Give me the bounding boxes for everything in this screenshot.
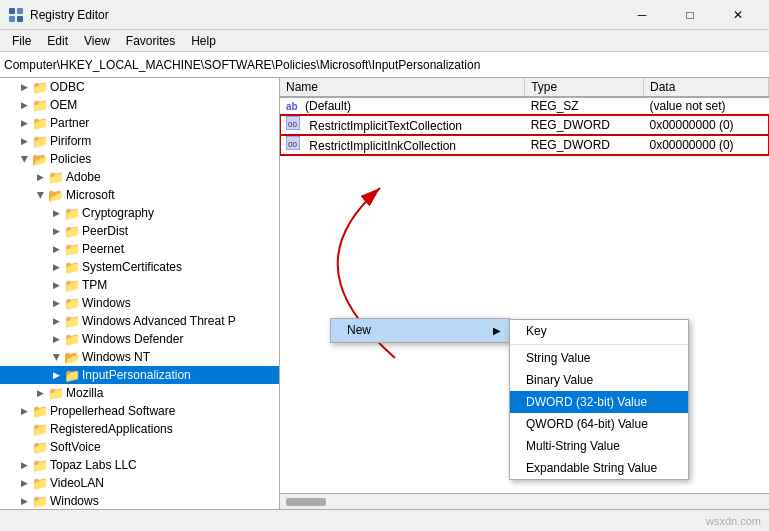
submenu-binary-value[interactable]: Binary Value bbox=[510, 369, 688, 391]
tree-label-windowsnt: Windows NT bbox=[82, 350, 150, 364]
tree-item-adobe[interactable]: 📁 Adobe bbox=[0, 168, 279, 186]
tree-item-windowsnt[interactable]: 📂 Windows NT bbox=[0, 348, 279, 366]
folder-icon-oem: 📁 bbox=[32, 97, 48, 113]
tree-toggle-policies[interactable] bbox=[16, 151, 32, 167]
maximize-button[interactable]: □ bbox=[667, 0, 713, 30]
tree-item-systemcerts[interactable]: 📁 SystemCertificates bbox=[0, 258, 279, 276]
tree-toggle-peernet[interactable] bbox=[48, 241, 64, 257]
table-row[interactable]: ab (Default) REG_SZ (value not set) bbox=[280, 97, 769, 115]
tree-toggle-watp[interactable] bbox=[48, 313, 64, 329]
context-menu-new[interactable]: New ▶ bbox=[331, 319, 509, 342]
tree-item-windows-root[interactable]: 📁 Windows bbox=[0, 492, 279, 509]
tree-item-watp[interactable]: 📁 Windows Advanced Threat P bbox=[0, 312, 279, 330]
tree-label-softvoice: SoftVoice bbox=[50, 440, 101, 454]
row-name-default: ab (Default) bbox=[280, 97, 525, 115]
table-row[interactable]: 00 RestrictImplicitTextCollection REG_DW… bbox=[280, 115, 769, 135]
submenu-string-value[interactable]: String Value bbox=[510, 347, 688, 369]
tree-toggle-videolan[interactable] bbox=[16, 475, 32, 491]
folder-icon-policies: 📂 bbox=[32, 151, 48, 167]
tree-item-odbc[interactable]: 📁 ODBC bbox=[0, 78, 279, 96]
tree-content[interactable]: 📁 ODBC 📁 OEM 📁 Partner 📁 Piriform bbox=[0, 78, 279, 509]
tree-toggle-oem[interactable] bbox=[16, 97, 32, 113]
watermark: wsxdn.com bbox=[706, 515, 761, 527]
tree-item-mozilla[interactable]: 📁 Mozilla bbox=[0, 384, 279, 402]
menu-favorites[interactable]: Favorites bbox=[118, 32, 183, 50]
tree-label-topaz: Topaz Labs LLC bbox=[50, 458, 137, 472]
tree-label-watp: Windows Advanced Threat P bbox=[82, 314, 236, 328]
tree-toggle-wdefender[interactable] bbox=[48, 331, 64, 347]
tree-toggle-topaz[interactable] bbox=[16, 457, 32, 473]
folder-icon-piriform: 📁 bbox=[32, 133, 48, 149]
tree-toggle-windows-root[interactable] bbox=[16, 493, 32, 509]
tree-toggle-systemcerts[interactable] bbox=[48, 259, 64, 275]
submenu-multistring-value[interactable]: Multi-String Value bbox=[510, 435, 688, 457]
menu-file[interactable]: File bbox=[4, 32, 39, 50]
tree-item-propellerhead[interactable]: 📁 Propellerhead Software bbox=[0, 402, 279, 420]
tree-item-piriform[interactable]: 📁 Piriform bbox=[0, 132, 279, 150]
tree-toggle-windows-ms[interactable] bbox=[48, 295, 64, 311]
close-button[interactable]: ✕ bbox=[715, 0, 761, 30]
tree-toggle-adobe[interactable] bbox=[32, 169, 48, 185]
menu-view[interactable]: View bbox=[76, 32, 118, 50]
table-row[interactable]: 00 RestrictImplicitInkCollection REG_DWO… bbox=[280, 135, 769, 155]
menu-edit[interactable]: Edit bbox=[39, 32, 76, 50]
menu-bar: File Edit View Favorites Help bbox=[0, 30, 769, 52]
tree-toggle-partner[interactable] bbox=[16, 115, 32, 131]
scroll-thumb[interactable] bbox=[286, 498, 326, 506]
tree-label-odbc: ODBC bbox=[50, 80, 85, 94]
tree-toggle-tpm[interactable] bbox=[48, 277, 64, 293]
tree-toggle-windowsnt[interactable] bbox=[48, 349, 64, 365]
tree-toggle-propellerhead[interactable] bbox=[16, 403, 32, 419]
submenu-multistring-label: Multi-String Value bbox=[526, 439, 620, 453]
tree-item-cryptography[interactable]: 📁 Cryptography bbox=[0, 204, 279, 222]
tree-label-wdefender: Windows Defender bbox=[82, 332, 183, 346]
folder-icon-topaz: 📁 bbox=[32, 457, 48, 473]
tree-item-softvoice[interactable]: 📁 SoftVoice bbox=[0, 438, 279, 456]
folder-icon-propellerhead: 📁 bbox=[32, 403, 48, 419]
tree-item-topaz[interactable]: 📁 Topaz Labs LLC bbox=[0, 456, 279, 474]
tree-item-peernet[interactable]: 📁 Peernet bbox=[0, 240, 279, 258]
tree-label-videolan: VideoLAN bbox=[50, 476, 104, 490]
horizontal-scrollbar[interactable] bbox=[280, 493, 769, 509]
tree-item-regapps[interactable]: 📁 RegisteredApplications bbox=[0, 420, 279, 438]
dword-icon: 00 bbox=[286, 116, 302, 130]
tree-toggle-regapps[interactable] bbox=[16, 421, 32, 437]
tree-label-regapps: RegisteredApplications bbox=[50, 422, 173, 436]
context-menu: New ▶ Key String Value Binary Value DWOR… bbox=[330, 318, 510, 343]
tree-label-inputpersonalization: InputPersonalization bbox=[82, 368, 191, 382]
minimize-button[interactable]: ─ bbox=[619, 0, 665, 30]
tree-item-tpm[interactable]: 📁 TPM bbox=[0, 276, 279, 294]
tree-toggle-microsoft[interactable] bbox=[32, 187, 48, 203]
submenu-key[interactable]: Key bbox=[510, 320, 688, 342]
svg-rect-0 bbox=[9, 8, 15, 14]
tree-item-partner[interactable]: 📁 Partner bbox=[0, 114, 279, 132]
row-name-restrict-ink: 00 RestrictImplicitInkCollection bbox=[280, 135, 525, 155]
tree-toggle-cryptography[interactable] bbox=[48, 205, 64, 221]
submenu-string-label: String Value bbox=[526, 351, 590, 365]
tree-item-inputpersonalization[interactable]: 📁 InputPersonalization bbox=[0, 366, 279, 384]
tree-item-oem[interactable]: 📁 OEM bbox=[0, 96, 279, 114]
submenu-qword-value[interactable]: QWORD (64-bit) Value bbox=[510, 413, 688, 435]
tree-toggle-softvoice[interactable] bbox=[16, 439, 32, 455]
tree-toggle-odbc[interactable] bbox=[16, 79, 32, 95]
tree-item-videolan[interactable]: 📁 VideoLAN bbox=[0, 474, 279, 492]
submenu-arrow: ▶ bbox=[493, 325, 501, 336]
tree-toggle-mozilla[interactable] bbox=[32, 385, 48, 401]
menu-help[interactable]: Help bbox=[183, 32, 224, 50]
tree-label-oem: OEM bbox=[50, 98, 77, 112]
tree-item-peerdist[interactable]: 📁 PeerDist bbox=[0, 222, 279, 240]
submenu-dword-value[interactable]: DWORD (32-bit) Value bbox=[510, 391, 688, 413]
tree-item-windows-ms[interactable]: 📁 Windows bbox=[0, 294, 279, 312]
folder-icon-wdefender: 📁 bbox=[64, 331, 80, 347]
submenu-expandable-value[interactable]: Expandable String Value bbox=[510, 457, 688, 479]
tree-toggle-peerdist[interactable] bbox=[48, 223, 64, 239]
tree-item-microsoft[interactable]: 📂 Microsoft bbox=[0, 186, 279, 204]
tree-label-tpm: TPM bbox=[82, 278, 107, 292]
tree-toggle-inputpersonalization[interactable] bbox=[48, 367, 64, 383]
tree-label-policies: Policies bbox=[50, 152, 91, 166]
tree-label-mozilla: Mozilla bbox=[66, 386, 103, 400]
tree-item-policies[interactable]: 📂 Policies bbox=[0, 150, 279, 168]
folder-icon-peernet: 📁 bbox=[64, 241, 80, 257]
tree-toggle-piriform[interactable] bbox=[16, 133, 32, 149]
tree-item-wdefender[interactable]: 📁 Windows Defender bbox=[0, 330, 279, 348]
